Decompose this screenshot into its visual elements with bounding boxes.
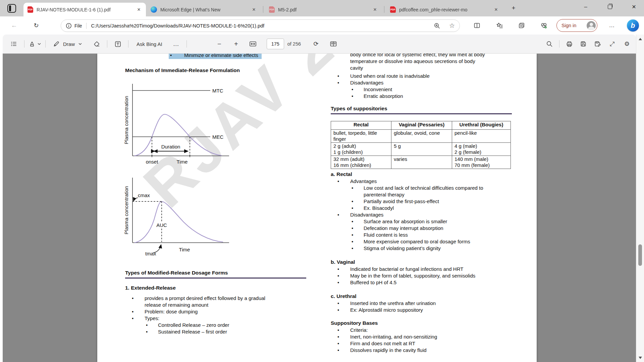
list-item: Erratic absorption bbox=[331, 93, 514, 100]
bullet bbox=[132, 315, 145, 322]
list-text: Ex: Alprostadil micro suppository bbox=[350, 307, 423, 313]
workspaces-icon[interactable] bbox=[7, 4, 16, 13]
page-number-input[interactable] bbox=[267, 39, 284, 49]
window-close-button[interactable]: ✕ bbox=[624, 0, 644, 13]
browser-essentials-icon[interactable] bbox=[538, 19, 550, 32]
close-tab-icon[interactable]: ✕ bbox=[250, 6, 258, 13]
tab-edge-whats-new[interactable]: Microsoft Edge | What's New ✕ bbox=[147, 3, 261, 16]
window-minimize-button[interactable]: ─ bbox=[576, 0, 595, 13]
list-text: Surface area for absorption is smaller bbox=[364, 218, 447, 225]
list-item: Ex: Alprostadil micro suppository bbox=[331, 307, 514, 313]
new-tab-button[interactable]: + bbox=[508, 4, 519, 12]
bullet bbox=[337, 327, 350, 334]
list-text: Inconvenient bbox=[364, 86, 392, 93]
back-button[interactable]: ← bbox=[8, 19, 20, 32]
pdf-content-area[interactable]: RJAV 2022 Minimize or eliminate side eff… bbox=[3, 54, 636, 362]
rotate-icon[interactable]: ⟳ bbox=[310, 38, 322, 50]
add-text-button[interactable] bbox=[111, 38, 124, 50]
address-bar[interactable]: File C:/Users/Jaessha%20Timog/Downloads/… bbox=[61, 19, 460, 32]
table-cell: 5 g bbox=[391, 143, 452, 156]
bullet bbox=[352, 198, 364, 205]
bing-chat-icon[interactable]: b bbox=[627, 19, 639, 32]
pdf-file-icon: PDF bbox=[28, 6, 33, 13]
collections-icon[interactable] bbox=[516, 19, 528, 32]
list-item: Surface area for absorption is smaller bbox=[331, 218, 514, 225]
list-item: Indicated for bacterial or fungal infect… bbox=[331, 266, 514, 273]
tab-rjav-notes[interactable]: PDF RJAV-NOTES-MODULE-1-6 (1).pdf ✕ bbox=[23, 3, 146, 16]
toolbar-separator bbox=[24, 40, 24, 48]
list-text: provides a prompt desired effect followe… bbox=[145, 295, 265, 302]
bullet bbox=[132, 308, 145, 315]
ask-bing-ai-button[interactable]: Ask Bing AI bbox=[132, 38, 166, 50]
save-icon[interactable] bbox=[577, 38, 590, 50]
draw-tool-button[interactable]: Draw bbox=[50, 38, 86, 50]
toolbar-separator bbox=[45, 40, 46, 48]
settings-more-icon[interactable]: … bbox=[606, 19, 618, 32]
save-as-icon[interactable] bbox=[591, 38, 604, 50]
bullet bbox=[337, 79, 350, 86]
list-text: Partially avoid the first-pass-effect bbox=[364, 198, 439, 205]
chevron-down-icon bbox=[78, 42, 82, 46]
list-item: Used when oral route is inadvisable bbox=[331, 73, 514, 79]
page-view-icon[interactable] bbox=[327, 38, 340, 50]
table-cell: 2 g (adult)1 g (children) bbox=[331, 143, 391, 156]
tab-m5-2[interactable]: PDF M5-2.pdf ✕ bbox=[265, 3, 382, 16]
bullet bbox=[337, 307, 350, 313]
onset-label: onset bbox=[146, 159, 159, 165]
list-text: Used when oral route is inadvisable bbox=[350, 73, 430, 79]
favorite-star-icon[interactable]: ☆ bbox=[449, 22, 455, 29]
list-text: Criteria: bbox=[350, 327, 368, 334]
favorites-icon[interactable] bbox=[493, 19, 505, 32]
scroll-up-icon[interactable] bbox=[636, 35, 644, 43]
bullet bbox=[337, 178, 350, 185]
fullscreen-icon[interactable]: ⤢ bbox=[606, 38, 619, 50]
close-tab-icon[interactable]: ✕ bbox=[135, 6, 143, 13]
modified-release-heading: Types of Modified-Release Dosage Forms bbox=[125, 270, 228, 276]
scrollbar-thumb[interactable] bbox=[638, 244, 642, 266]
bullet bbox=[337, 347, 350, 354]
table-row: 2 g (adult)1 g (children) 5 g 4 g (male)… bbox=[331, 143, 511, 156]
search-icon[interactable] bbox=[543, 38, 556, 50]
close-tab-icon[interactable]: ✕ bbox=[371, 6, 379, 13]
close-tab-icon[interactable]: ✕ bbox=[492, 6, 500, 13]
vaginal-heading: b. Vaginal bbox=[331, 259, 355, 265]
list-text: Indicated for bacterial or fungal infect… bbox=[350, 266, 463, 273]
scroll-down-icon[interactable] bbox=[636, 353, 644, 362]
list-item: Advantages bbox=[331, 178, 514, 185]
tab-title: Microsoft Edge | What's New bbox=[160, 7, 248, 12]
table-cell: pencil-like bbox=[452, 130, 511, 143]
toolbar-more-icon[interactable]: … bbox=[170, 38, 182, 50]
list-item: Inconvenient bbox=[331, 86, 514, 93]
refresh-button[interactable]: ↻ bbox=[30, 19, 42, 32]
zoom-out-button[interactable]: − bbox=[213, 38, 226, 50]
zoom-in-button[interactable]: + bbox=[230, 38, 243, 50]
pdf-settings-gear-icon[interactable]: ⚙ bbox=[621, 38, 633, 50]
print-icon[interactable] bbox=[563, 38, 576, 50]
info-icon[interactable] bbox=[66, 23, 72, 29]
address-url-text[interactable]: C:/Users/Jaessha%20Timog/Downloads/RJAV-… bbox=[91, 23, 434, 28]
time-axis-label: Time bbox=[177, 159, 188, 165]
vertical-scrollbar[interactable] bbox=[636, 35, 644, 362]
list-item: Firm and does not melt at RT bbox=[331, 340, 514, 347]
list-text: Advantages bbox=[350, 178, 377, 185]
erase-tool-button[interactable] bbox=[90, 38, 103, 50]
tab-separator bbox=[263, 6, 263, 13]
table-cell: 4 g (male)2 g (female) bbox=[452, 143, 511, 156]
tab-separator bbox=[384, 6, 384, 13]
auc-label: AUC bbox=[156, 222, 167, 228]
list-item: release of remaining amount bbox=[125, 302, 315, 308]
window-restore-button[interactable] bbox=[600, 0, 620, 13]
tab-bar: PDF RJAV-NOTES-MODULE-1-6 (1).pdf ✕ Micr… bbox=[0, 0, 644, 16]
bullet bbox=[132, 295, 145, 302]
sign-in-button[interactable]: Sign in bbox=[556, 19, 597, 32]
list-item: provides a prompt desired effect followe… bbox=[125, 295, 315, 302]
toc-icon[interactable] bbox=[7, 38, 20, 50]
mec-label: MEC bbox=[212, 134, 224, 140]
split-screen-icon[interactable] bbox=[471, 19, 483, 32]
highlight-tool-button[interactable] bbox=[29, 38, 41, 50]
suppository-types-table: Rectal Vaginal (Pessaries) Urethral (Bou… bbox=[331, 121, 511, 169]
fit-to-width-icon[interactable] bbox=[247, 38, 259, 50]
sign-in-label: Sign in bbox=[561, 23, 576, 28]
zoom-page-icon[interactable] bbox=[434, 22, 440, 29]
tab-pdfcoffee[interactable]: PDF pdfcoffee.com_phle-reviewer-mo ✕ bbox=[386, 3, 503, 16]
